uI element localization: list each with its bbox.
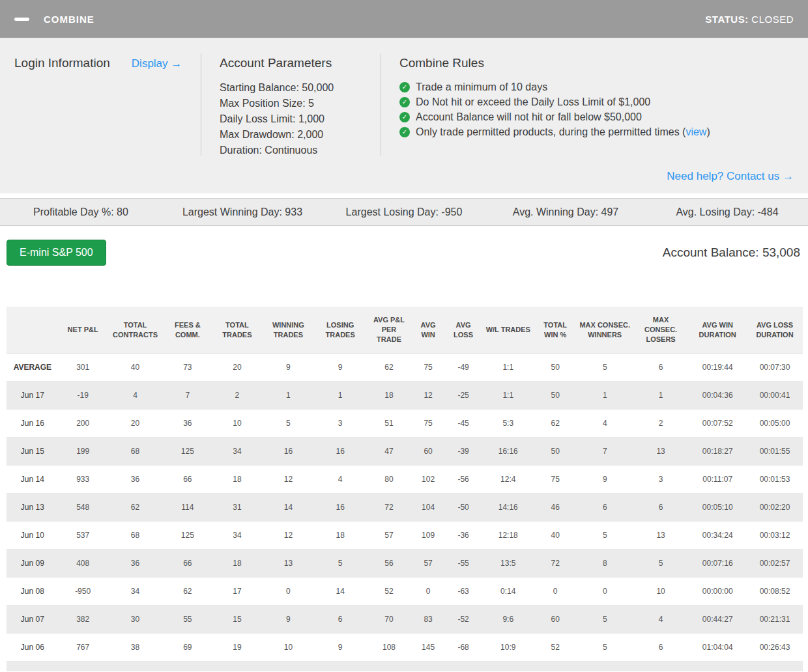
table-cell: 5 (263, 410, 315, 438)
column-header: AVG WIN (412, 307, 444, 354)
table-cell: 56 (366, 550, 412, 578)
table-cell: 60 (534, 606, 577, 634)
table-cell: 00:26:43 (747, 634, 803, 662)
table-cell: 12 (412, 382, 444, 410)
table-cell: 17 (212, 578, 262, 606)
table-cell: 00:19:44 (688, 354, 747, 382)
row-label: Jun 07 (7, 606, 59, 634)
row-label: Jun 15 (7, 438, 59, 466)
parameter-line: Max Position Size: 5 (220, 96, 381, 111)
table-cell: 68 (108, 438, 164, 466)
column-header: AVG LOSS (444, 307, 482, 354)
table-cell: 36 (108, 550, 164, 578)
column-header: TOTAL TRADES (212, 307, 262, 354)
table-cell: 68 (108, 522, 164, 550)
table-cell: 75 (412, 354, 444, 382)
table-cell: 72 (534, 550, 577, 578)
parameter-line: Daily Loss Limit: 1,000 (220, 111, 381, 127)
table-cell: 109 (412, 522, 444, 550)
table-cell: 75 (534, 466, 577, 494)
table-cell: 50 (534, 382, 577, 410)
combine-rules-list: ✓Trade a minimum of 10 days✓Do Not hit o… (399, 79, 794, 139)
table-cell: 6 (633, 494, 689, 522)
table-cell: 102 (412, 466, 444, 494)
table-cell: 16:16 (482, 438, 534, 466)
row-label: Jun 13 (7, 494, 59, 522)
table-cell: 12:4 (482, 466, 534, 494)
table-cell: 537 (59, 522, 108, 550)
table-cell: 5 (577, 522, 633, 550)
row-label: Jun 17 (7, 382, 59, 410)
table-cell: 10 (263, 634, 315, 662)
table-cell: -45 (444, 410, 482, 438)
view-link[interactable]: view (685, 124, 706, 139)
table-cell: 13:5 (482, 550, 534, 578)
table-cell: 34 (108, 578, 164, 606)
table-cell: 4 (577, 410, 633, 438)
row-label: Jun 10 (7, 522, 59, 550)
table-cell: 108 (366, 634, 412, 662)
table-cell: 145 (412, 634, 444, 662)
rule-text: Trade a minimum of 10 days (416, 79, 547, 94)
rule-item: ✓Account Balance will not hit or fall be… (399, 109, 794, 124)
table-cell: 31 (212, 494, 262, 522)
table-cell: 50 (534, 354, 577, 382)
table-cell: 1:1 (482, 382, 534, 410)
row-label: Jun 14 (7, 466, 59, 494)
table-cell: 767 (59, 634, 108, 662)
table-cell: 9 (577, 466, 633, 494)
account-parameters-title: Account Parameters (220, 56, 381, 70)
table-cell: 52 (366, 578, 412, 606)
table-cell: 9 (263, 354, 315, 382)
table-cell: 83 (412, 606, 444, 634)
table-cell: 66 (163, 466, 212, 494)
product-button[interactable]: E-mini S&P 500 (7, 240, 106, 266)
table-cell: 00:05:00 (747, 410, 803, 438)
table-cell: 0 (577, 578, 633, 606)
stat-item: Largest Losing Day: -950 (323, 206, 485, 218)
table-cell: 20 (212, 354, 262, 382)
table-cell: 12 (263, 466, 315, 494)
column-header: MAX CONSEC. WINNERS (577, 307, 633, 354)
table-cell: 2 (633, 410, 689, 438)
stat-item: Largest Winning Day: 933 (162, 206, 323, 218)
minimize-icon[interactable] (14, 18, 29, 21)
table-cell: 0 (534, 578, 577, 606)
table-cell: 00:07:52 (688, 410, 747, 438)
column-header: NET P&L (59, 307, 108, 354)
row-label: Jun 16 (7, 410, 59, 438)
table-cell: 10:9 (482, 634, 534, 662)
table-cell: 14:16 (482, 494, 534, 522)
table-cell: 00:01:53 (747, 466, 803, 494)
combine-rules-title: Combine Rules (399, 56, 794, 70)
table-cell: -52 (444, 606, 482, 634)
table-cell: 408 (59, 550, 108, 578)
table-cell: 00:05:10 (688, 494, 747, 522)
table-cell: 52 (534, 634, 577, 662)
status-badge: STATUS: CLOSED (705, 14, 794, 25)
table-cell: 6 (314, 606, 366, 634)
table-cell: 13 (263, 550, 315, 578)
table-row: AVERAGE301407320996275-491:1505600:19:44… (7, 354, 803, 382)
table-cell: 00:44:27 (688, 606, 747, 634)
table-cell: 125 (163, 522, 212, 550)
rule-text: ) (706, 124, 710, 139)
table-cell: 46 (534, 494, 577, 522)
table-cell: 114 (163, 494, 212, 522)
table-cell: 00:02:20 (747, 494, 803, 522)
contact-us-link[interactable]: Need help? Contact us → (667, 170, 794, 182)
column-header: FEES & COMM. (163, 307, 212, 354)
table-cell: -25 (444, 382, 482, 410)
table-cell: 9 (314, 634, 366, 662)
column-header: LOSING TRADES (314, 307, 366, 354)
table-cell: 57 (412, 550, 444, 578)
table-cell: 80 (366, 466, 412, 494)
table-cell: 4 (108, 382, 164, 410)
column-header: AVG P&L PER TRADE (366, 307, 412, 354)
table-cell: -55 (444, 550, 482, 578)
display-link[interactable]: Display → (132, 57, 182, 70)
table-cell: 382 (59, 606, 108, 634)
table-cell: 3 (314, 410, 366, 438)
rule-text: Do Not hit or exceed the Daily Loss Limi… (416, 94, 650, 109)
table-cell: 18 (314, 522, 366, 550)
